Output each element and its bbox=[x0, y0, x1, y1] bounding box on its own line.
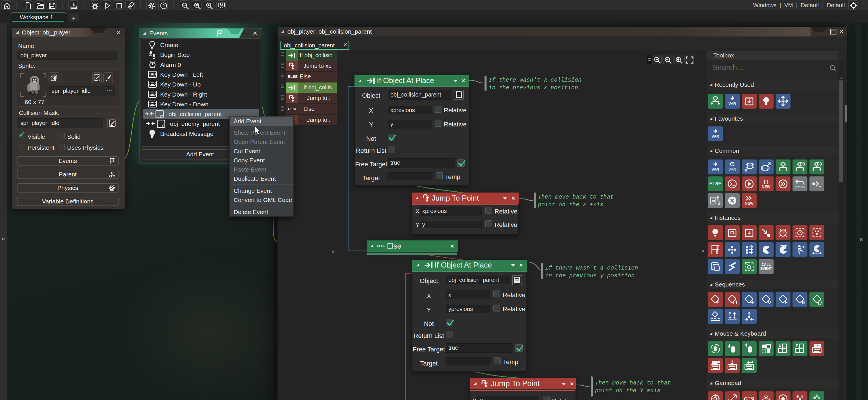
svg-text:NEW: NEW bbox=[745, 201, 754, 205]
svg-text:VAR: VAR bbox=[712, 167, 719, 172]
svg-text:€: € bbox=[802, 163, 803, 166]
svg-text:NEW: NEW bbox=[762, 184, 771, 189]
svg-text:RETURN: RETURN bbox=[795, 186, 805, 189]
svg-text:{}: {} bbox=[763, 179, 769, 185]
svg-text:VAR: VAR bbox=[712, 134, 719, 139]
svg-text:?: ? bbox=[818, 163, 820, 166]
svg-text:{}: {} bbox=[817, 300, 822, 305]
svg-text:VAR: VAR bbox=[728, 102, 736, 106]
svg-text:VAR: VAR bbox=[728, 167, 736, 172]
